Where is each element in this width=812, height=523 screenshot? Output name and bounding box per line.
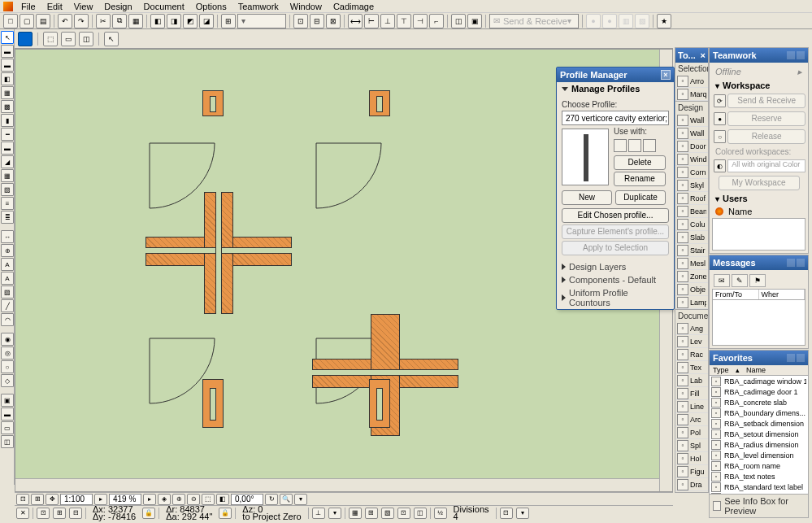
sb-zoom3-icon[interactable]: ▸ [143,494,156,505]
favorite-item-5[interactable]: ▫RBA_setout dimension [710,429,808,439]
rename-button[interactable]: Rename [614,172,666,186]
tool-window-icon[interactable]: ▦ [1,86,14,99]
tool-stair2-icon[interactable]: ≣ [1,211,14,224]
toolbox-design-10[interactable]: ▫Stair [675,244,708,257]
toolbox-design-3[interactable]: ▫Wind [675,153,708,166]
toolbox-design-5[interactable]: ▫Skyl [675,179,708,192]
toolbox-doc-12[interactable]: ▫Dra [675,478,708,491]
angle-field[interactable]: 0,00° [231,494,263,505]
tool-undo-icon[interactable]: ↶ [58,14,72,28]
toolbox-doc-6[interactable]: ▫Line [675,400,708,413]
menu-design[interactable]: Design [99,1,137,12]
tool-camera-icon[interactable]: ▣ [1,394,14,407]
msg-col-when[interactable]: Wher [759,290,805,299]
sb2-lock1-icon[interactable]: 🔒 [142,508,155,519]
sb2-grav2-icon[interactable]: ▾ [328,508,341,519]
favorite-item-7[interactable]: ▫RBA_level dimension [710,450,808,460]
toolbox-doc-5[interactable]: ▫Fill [675,387,708,400]
close-icon[interactable]: × [661,70,671,80]
tool-marker3-icon[interactable]: ○ [1,360,14,373]
sb2-grid4-icon[interactable]: ⊡ [397,508,410,519]
toolbox-doc-11[interactable]: ▫Figu [675,465,708,478]
tool-label-icon[interactable]: A [1,272,14,285]
favorite-item-0[interactable]: ▫RBA_cadimage window 1 [710,376,808,386]
toolbox-design-13[interactable]: ▫Obje [675,283,708,296]
toolbox-doc-3[interactable]: ▫Tex [675,361,708,374]
toolbox-doc-4[interactable]: ▫Lab [675,374,708,387]
toolbox-doc-7[interactable]: ▫Arc [675,413,708,426]
favorite-item-2[interactable]: ▫RBA_concrete slab [710,397,808,408]
manage-profiles-header[interactable]: Manage Profiles [557,82,674,95]
tool-publish-icon[interactable]: ◫ [451,14,466,28]
sb-opt6-icon[interactable]: ↻ [265,494,278,505]
tool-wall2-icon[interactable]: ▬ [1,59,14,72]
toolbox-design-7[interactable]: ▫Bean [675,205,708,218]
tool-detail-icon[interactable]: ◫ [1,435,14,448]
tool-trace-icon[interactable]: ◧ [150,14,165,28]
sb2-snap3-icon[interactable]: ⊞ [53,508,66,519]
favorites-list[interactable]: ▫RBA_cadimage window 1▫RBA_cadimage door… [710,376,808,494]
tool-dim-icon[interactable]: ↔ [1,230,14,243]
toolbox-design-9[interactable]: ▫Slab [675,231,708,244]
toolbox-design-11[interactable]: ▫Mesl [675,257,708,270]
msg-col-from[interactable]: From/To [713,290,759,299]
usewith-column-icon[interactable] [643,139,656,152]
toolbox-design-8[interactable]: ▫Colu [675,218,708,231]
sb-opt5-icon[interactable]: ◧ [216,494,229,505]
tool-level-icon[interactable]: ⊕ [1,244,14,257]
favorite-item-3[interactable]: ▫RBA_boundary dimens... [710,408,808,418]
delete-button[interactable]: Delete [614,155,666,170]
sb-opt2-icon[interactable]: ⊕ [172,494,185,505]
msg-tab2-icon[interactable]: ✎ [732,274,748,287]
msg-tab3-icon[interactable]: ⚑ [749,274,766,287]
tool-line-icon[interactable]: ╱ [1,299,14,312]
sb2-grav1-icon[interactable]: ⊥ [312,508,325,519]
tool-open-icon[interactable]: ▢ [20,14,34,28]
profile-manager-title[interactable]: Profile Manager × [557,68,674,82]
sb-opt4-icon[interactable]: ⬚ [202,494,215,505]
tool-dim2-icon[interactable]: ⊢ [364,14,379,28]
toolbox-design-2[interactable]: ▫Door [675,140,708,153]
sb2-grid2-icon[interactable]: ⊞ [365,508,378,519]
duplicate-button[interactable]: Duplicate [615,190,666,205]
sb2-end1-icon[interactable]: ⊡ [500,508,513,519]
fav-col-type[interactable]: Type [710,365,732,375]
minimize-icon[interactable] [787,51,795,59]
sb2-grid1-icon[interactable]: ▦ [349,508,362,519]
toolbox-design-4[interactable]: ▫Corn [675,166,708,179]
close-icon[interactable] [797,51,805,59]
tool-view-icon[interactable]: ◪ [199,14,214,28]
profile-select[interactable]: 270 verticore cavity exterior; ren... [562,111,669,125]
menu-file[interactable]: File [16,1,41,12]
favorite-item-8[interactable]: ▫RBA_room name [710,460,808,471]
msg-tab1-icon[interactable]: ✉ [714,274,730,287]
tool-cut-icon[interactable]: ✂ [96,14,111,28]
menu-window[interactable]: Window [285,1,327,12]
color-chip[interactable] [18,32,33,46]
toolbox-doc-13[interactable]: ▫Ele [675,491,708,493]
toolbox-sel-0[interactable]: ▫Arro [675,75,708,88]
new-button[interactable]: New [562,190,612,205]
favorite-item-9[interactable]: ▫RBA_text notes [710,471,808,482]
sb2-grid5-icon[interactable]: ◫ [414,508,427,519]
sb2-grid3-icon[interactable]: ▧ [381,508,394,519]
design-layers-section[interactable]: Design Layers [557,260,674,273]
sb2-half-icon[interactable]: ½ [434,508,447,519]
geom-method3-icon[interactable]: ◫ [79,32,93,46]
tool-zone-icon[interactable]: ▨ [1,183,14,196]
users-section[interactable]: ▾ Users [712,192,805,205]
teamwork-title[interactable]: Teamwork [713,50,757,60]
tool-align-icon[interactable]: ⊞ [221,14,236,28]
tool-dropdown[interactable]: ▾ [237,14,286,28]
geom-method1-icon[interactable]: ⬚ [43,32,58,46]
tool-marker2-icon[interactable]: ◎ [1,346,14,360]
send-receive-dropdown[interactable]: ✉ Send & Receive ▾ [489,14,579,28]
tool-door-icon[interactable]: ◧ [1,72,14,85]
sb-zoom-icon[interactable]: ⊞ [31,494,44,505]
tool-layers-icon[interactable]: ◨ [167,14,181,28]
favorite-item-4[interactable]: ▫RBA_setback dimension [710,418,808,429]
toolbox-title[interactable]: To...× [675,48,708,63]
tool-marker1-icon[interactable]: ◉ [1,333,14,346]
sb2-snap2-icon[interactable]: ⊡ [37,508,50,519]
minimize-icon[interactable] [787,354,795,362]
